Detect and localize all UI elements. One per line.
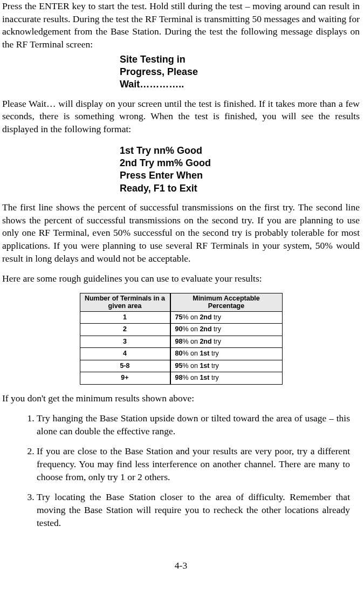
table-row: 4 80% on 1st try: [80, 348, 283, 360]
table-row: 5-8 95% on 1st try: [80, 360, 283, 373]
screen-line: 1st Try nn% Good: [120, 145, 360, 157]
paragraph-intro: Press the ENTER key to start the test. H…: [2, 0, 360, 51]
cell-terminals: 2: [80, 324, 170, 336]
table-header-percentage: Minimum Acceptable Percentage: [170, 293, 283, 312]
table-row: 2 90% on 2nd try: [80, 324, 283, 336]
screen-line: 2nd Try mm% Good: [120, 157, 360, 169]
screen-line: Progress, Please: [120, 66, 360, 78]
list-item: Try locating the Base Station closer to …: [37, 491, 360, 529]
table-header-terminals: Number of Terminals in a given area: [80, 293, 170, 312]
cell-terminals: 9+: [80, 372, 170, 385]
cell-terminals: 1: [80, 312, 170, 324]
screen-line: Ready, F1 to Exit: [120, 182, 360, 195]
screen-line: Wait…………..: [120, 78, 360, 91]
cell-terminals: 5-8: [80, 360, 170, 373]
screen-line: Site Testing in: [120, 53, 360, 66]
cell-percentage: 98% on 1st try: [170, 372, 283, 385]
page-number: 4-3: [2, 559, 360, 572]
cell-terminals: 3: [80, 336, 170, 348]
table-row: 1 75% on 2nd try: [80, 312, 283, 324]
screen-line: Press Enter When: [120, 169, 360, 182]
paragraph-guidelines: Here are some rough guidelines you can u…: [2, 272, 360, 285]
cell-percentage: 90% on 2nd try: [170, 324, 283, 336]
troubleshooting-list: Try hanging the Base Station upside down…: [2, 412, 360, 529]
cell-percentage: 95% on 1st try: [170, 360, 283, 373]
table-row: 9+ 98% on 1st try: [80, 372, 283, 385]
cell-percentage: 75% on 2nd try: [170, 312, 283, 324]
cell-percentage: 98% on 2nd try: [170, 336, 283, 348]
list-item: If you are close to the Base Station and…: [37, 445, 360, 483]
paragraph-if-not: If you don't get the minimum results sho…: [2, 392, 360, 405]
screen-message-results: 1st Try nn% Good 2nd Try mm% Good Press …: [120, 145, 360, 195]
cell-terminals: 4: [80, 348, 170, 360]
guidelines-table: Number of Terminals in a given area Mini…: [80, 293, 283, 385]
cell-percentage: 80% on 1st try: [170, 348, 283, 360]
table-row: 3 98% on 2nd try: [80, 336, 283, 348]
screen-message-testing: Site Testing in Progress, Please Wait…………: [120, 53, 360, 91]
paragraph-wait: Please Wait… will display on your screen…: [2, 98, 360, 136]
paragraph-explain: The first line shows the percent of succ…: [2, 201, 360, 265]
list-item: Try hanging the Base Station upside down…: [37, 412, 360, 438]
